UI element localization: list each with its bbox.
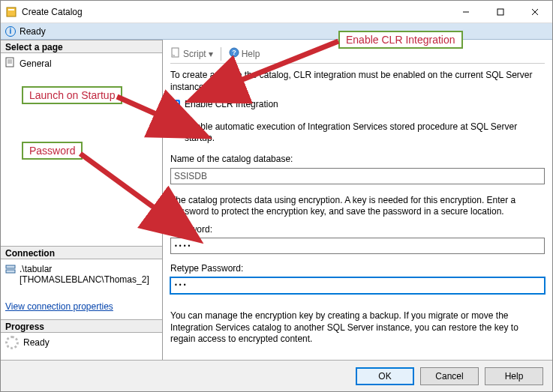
progress-header: Progress	[1, 319, 162, 333]
auto-exec-label: Enable automatic execution of Integratio…	[185, 121, 545, 145]
script-icon	[170, 47, 181, 60]
view-connection-properties-link[interactable]: View connection properties	[5, 300, 113, 316]
connection-header: Connection	[1, 246, 162, 259]
ok-button[interactable]: OK	[356, 367, 414, 385]
status-text: Ready	[20, 26, 46, 37]
svg-rect-6	[6, 58, 14, 67]
content: To create and use the catalog, CLR integ…	[170, 70, 545, 346]
window-controls	[449, 1, 552, 22]
info-icon: i	[5, 26, 16, 37]
window-title: Create Catalog	[22, 7, 449, 17]
select-page-header: Select a page	[1, 40, 162, 53]
password-input[interactable]	[170, 238, 545, 254]
minimize-button[interactable]	[449, 1, 483, 22]
cancel-button[interactable]: Cancel	[420, 367, 479, 385]
help-button[interactable]: ? Help	[229, 47, 260, 60]
auto-exec-checkbox[interactable]	[170, 122, 180, 132]
help-icon: ?	[229, 47, 239, 60]
retype-password-label: Retype Password:	[170, 263, 545, 275]
intro-text: To create and use the catalog, CLR integ…	[170, 70, 545, 93]
app-icon	[5, 6, 17, 18]
main-panel: Script ▾ ? Help To create and use the ca…	[163, 40, 552, 360]
connection-user: [THOMASLEBLANC\Thomas_2]	[20, 274, 149, 285]
connection-item: .\tabular [THOMASLEBLANC\Thomas_2]	[5, 262, 158, 286]
retype-password-input[interactable]	[170, 277, 545, 294]
dropdown-icon: ▾	[209, 49, 213, 59]
annotation-startup: Launch on Startup	[22, 86, 122, 104]
script-button[interactable]: Script ▾	[170, 47, 213, 60]
svg-rect-10	[6, 265, 15, 268]
db-name-label: Name of the catalog database:	[170, 154, 545, 166]
sidebar-item-label: General	[20, 58, 52, 69]
progress-text: Ready	[23, 337, 50, 348]
help-footer-button[interactable]: Help	[485, 367, 543, 385]
footer: OK Cancel Help	[1, 360, 552, 391]
svg-text:?: ?	[232, 49, 236, 56]
enable-clr-label: Enable CLR Integration	[185, 99, 278, 111]
svg-rect-3	[497, 9, 503, 15]
connection-server: .\tabular	[20, 264, 149, 274]
progress-spinner-icon	[5, 336, 19, 349]
status-bar: i Ready	[1, 23, 552, 40]
encryption-text: The catalog protects data using encrypti…	[170, 195, 545, 218]
annotation-password: Password	[22, 142, 83, 160]
enable-clr-checkbox[interactable]	[170, 100, 180, 109]
page-icon	[5, 57, 16, 70]
maximize-button[interactable]	[483, 1, 518, 22]
server-icon	[5, 264, 16, 277]
backup-text: You can manage the encryption key by cre…	[170, 310, 545, 346]
svg-rect-11	[6, 270, 15, 273]
svg-rect-0	[7, 7, 16, 16]
close-button[interactable]	[518, 1, 552, 22]
sidebar-item-general[interactable]: General	[5, 56, 158, 70]
annotation-clr: Enable CLR Integration	[338, 31, 463, 49]
window: Create Catalog i Ready Select a page Gen…	[0, 0, 553, 392]
titlebar: Create Catalog	[1, 1, 552, 23]
svg-rect-1	[8, 9, 14, 10]
password-label: Password:	[170, 224, 545, 236]
db-name-input[interactable]	[170, 168, 545, 184]
